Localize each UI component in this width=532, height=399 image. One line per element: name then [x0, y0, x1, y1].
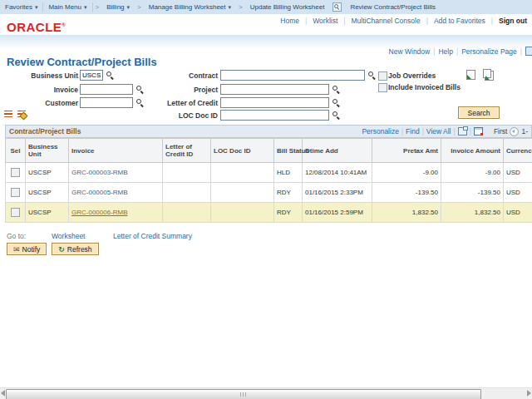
row-checkbox[interactable] — [11, 208, 20, 217]
breadcrumb-update-billing-worksheet[interactable]: Update Billing Worksheet — [245, 3, 330, 11]
breadcrumb-main-menu-label: Main Menu — [48, 3, 81, 11]
bill-status-cell: RDY — [274, 203, 303, 223]
link-divider: | — [491, 17, 493, 25]
contract-lookup-icon[interactable] — [367, 71, 376, 79]
sign-out-link[interactable]: Sign out — [499, 17, 527, 25]
link-divider: | — [426, 17, 428, 25]
home-link[interactable]: Home — [280, 17, 299, 25]
pager-first-label[interactable]: First — [494, 127, 508, 135]
project-lookup-icon[interactable] — [332, 85, 340, 93]
include-invoiced-bills-label: Include Invoiced Bills — [388, 83, 461, 91]
peoplesoft-review-bills-page: Favorites ▾ Main Menu ▾ > Billing ▾ > Ma… — [0, 0, 532, 399]
project-field[interactable] — [220, 84, 329, 95]
loc-doc-id-label: LOC Doc ID — [125, 111, 218, 120]
grid-list-icon[interactable] — [4, 111, 12, 118]
include-invoiced-bills-checkbox[interactable] — [378, 83, 387, 92]
help-link[interactable]: Help — [438, 47, 452, 56]
scroll-left-arrow[interactable] — [1, 390, 5, 397]
pager-previous-icon[interactable] — [510, 127, 519, 136]
grid-toolbar: Personalize | Find | View All | | First … — [362, 127, 528, 136]
breadcrumb-current-page-label: Review Contract/Project Bills — [350, 3, 436, 11]
link-divider: | — [456, 47, 458, 56]
col-header-invoice: Invoice — [69, 139, 163, 163]
loc-doc-id-cell — [211, 183, 274, 203]
col-header-business-unit: Business Unit — [26, 139, 69, 163]
row-checkbox[interactable] — [11, 168, 20, 177]
table-row-selected: USCSP GRC-000006-RMB RDY 01/16/2015 2:59… — [6, 203, 532, 223]
scroll-right-arrow[interactable] — [527, 390, 531, 397]
multichannel-console-link[interactable]: MultiChannel Console — [352, 17, 421, 25]
search-button[interactable]: Search — [458, 106, 500, 119]
breadcrumb: Favorites ▾ Main Menu ▾ > Billing ▾ > Ma… — [0, 0, 532, 14]
chevron-down-icon: ▾ — [84, 4, 87, 11]
oracle-logo: ORACLE® — [7, 20, 66, 34]
horizontal-scrollbar — [0, 387, 532, 399]
grid-personalize-icon[interactable] — [17, 111, 26, 118]
link-divider: | — [422, 127, 424, 135]
invoice-amount-cell: 1,832.50 — [441, 203, 504, 223]
breadcrumb-manage-billing-worksheet-label: Manage Billing Worksheet — [149, 3, 226, 11]
goto-label: Go to: — [7, 232, 26, 240]
chevron-down-icon: ▾ — [229, 4, 232, 11]
grid-popup-icon[interactable] — [458, 127, 467, 135]
breadcrumb-separator-icon: > — [93, 3, 102, 11]
envelope-icon: ✉ — [13, 245, 20, 254]
breadcrumb-separator-icon: > — [236, 3, 245, 11]
find-link[interactable]: Find — [406, 127, 420, 135]
letter-of-credit-lookup-icon[interactable] — [332, 98, 340, 106]
chevron-down-icon: ▾ — [127, 4, 131, 11]
currency-cell: USD — [504, 183, 532, 203]
notify-button[interactable]: ✉ Notify — [7, 243, 47, 255]
grid-download-icon[interactable] — [474, 127, 483, 135]
link-divider: | — [305, 17, 307, 25]
customer-label: Customer — [7, 99, 78, 107]
page-export-icon[interactable] — [466, 70, 475, 80]
letter-of-credit-id-cell — [163, 163, 211, 183]
row-checkbox[interactable] — [11, 188, 20, 197]
breadcrumb-main-menu[interactable]: Main Menu ▾ — [43, 3, 91, 11]
link-divider: | — [401, 127, 403, 135]
currency-cell: USD — [504, 163, 532, 183]
refresh-button[interactable]: ↻ Refresh — [52, 243, 98, 255]
table-header-row: Sel Business Unit Invoice Letter of Cred… — [6, 139, 532, 163]
breadcrumb-favorites[interactable]: Favorites ▾ — [0, 3, 42, 11]
business-unit-field[interactable] — [80, 70, 103, 81]
job-overrides-checkbox[interactable] — [378, 71, 387, 81]
new-window-link[interactable]: New Window — [389, 47, 431, 56]
page-copy-icon[interactable] — [485, 71, 494, 81]
personalize-page-link[interactable]: Personalize Page — [461, 47, 517, 56]
loc-doc-id-lookup-icon[interactable] — [332, 111, 340, 119]
letter-of-credit-summary-link[interactable]: Letter of Credit Summary — [113, 232, 192, 240]
letter-of-credit-label: Letter of Credit — [125, 99, 218, 107]
col-header-bill-status: Bill Status — [274, 139, 303, 163]
invoice-link-active[interactable]: GRC-000006-RMB — [71, 209, 128, 216]
scrollbar-thumb[interactable] — [6, 389, 481, 399]
page-zoom-icon[interactable] — [332, 2, 342, 12]
invoice-link[interactable]: GRC-000003-RMB — [71, 169, 128, 176]
worksheet-link[interactable]: Worksheet — [52, 232, 85, 240]
letter-of-credit-field[interactable] — [220, 97, 329, 108]
view-all-link[interactable]: View All — [426, 127, 451, 135]
contract-field[interactable] — [220, 70, 365, 81]
letter-of-credit-id-cell — [163, 183, 211, 203]
invoice-link[interactable]: GRC-000005-RMB — [71, 189, 128, 196]
breadcrumb-current-page: Review Contract/Project Bills — [345, 3, 441, 11]
pretax-amt-cell: 1,832.50 — [372, 203, 441, 223]
breadcrumb-update-billing-worksheet-label: Update Billing Worksheet — [250, 3, 325, 11]
worklist-link[interactable]: Worklist — [313, 17, 337, 25]
dtime-add-cell: 01/16/2015 2:59PM — [303, 203, 372, 223]
invoice-label: Invoice — [7, 86, 78, 94]
business-unit-lookup-icon[interactable] — [106, 71, 114, 79]
currency-cell: USD — [504, 203, 532, 223]
link-divider: | — [343, 17, 345, 25]
copy-url-icon[interactable] — [525, 47, 532, 56]
add-to-favorites-link[interactable]: Add to Favorites — [434, 17, 485, 25]
breadcrumb-billing[interactable]: Billing ▾ — [101, 3, 135, 11]
breadcrumb-billing-label: Billing — [106, 3, 124, 11]
page-title: Review Contract/Project Bills — [7, 56, 157, 68]
loc-doc-id-field[interactable] — [220, 110, 329, 121]
breadcrumb-manage-billing-worksheet[interactable]: Manage Billing Worksheet ▾ — [144, 3, 236, 11]
footer-button-bar: ✉ Notify ↻ Refresh — [7, 243, 99, 255]
refresh-icon: ↻ — [58, 245, 65, 254]
personalize-grid-link[interactable]: Personalize — [362, 127, 398, 135]
